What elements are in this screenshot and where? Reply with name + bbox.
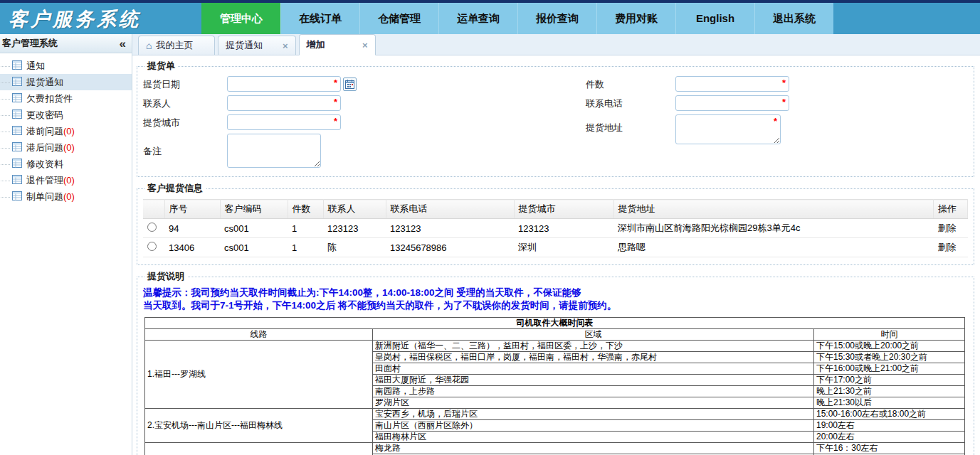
area-cell: 梅龙路 [373,443,814,454]
pickup-city-row: 提货城市 * [143,114,586,130]
calendar-icon [345,80,354,89]
table-icon [12,142,22,151]
column-header: 客户编码 [220,200,288,219]
sidebar-item-label: 修改资料 [26,158,63,171]
driver-schedule-table: 司机取件大概时间表线路区域时间1.福田---罗湖线新洲附近（福华一、二、三路），… [144,317,965,455]
required-star: * [774,116,777,127]
table-cell: 思路嗯 [613,238,934,257]
column-header: 联系人 [323,200,386,219]
app-frame: 客户管理系统 « 通知提货通知欠费扣货件更改密码港前问题(0)港后问题(0)修改… [0,34,980,455]
sidebar-item-label: 退件管理 [26,174,63,187]
phone-input[interactable] [675,95,789,111]
pickup-city-input[interactable] [227,114,341,130]
time-cell: 下午16:00或晚上21:00之前 [814,363,965,375]
content-area: 提货单 提货日期 * [132,55,980,455]
sidebar-item-0[interactable]: 通知 [0,58,132,74]
sidebar-menu: 通知提货通知欠费扣货件更改密码港前问题(0)港后问题(0)修改资料退件管理(0)… [0,53,132,205]
sidebar-title: 客户管理系统 [2,37,58,50]
sidebar-item-label: 通知 [26,60,45,73]
table-cell: 13245678986 [386,238,514,257]
calendar-button[interactable] [343,77,357,91]
schedule-title: 司机取件大概时间表 [145,318,965,329]
nav-tab-3[interactable]: 运单查询 [438,3,517,34]
pickup-form-right-col: 件数 * 联系电话 * [586,76,789,171]
pickup-form-fieldset: 提货单 提货日期 * [137,60,974,177]
sidebar-item-3[interactable]: 更改密码 [0,107,132,123]
contact-box: * [227,95,341,111]
delete-link[interactable]: 删除 [938,223,957,233]
table-icon [12,191,22,203]
sidebar-item-8[interactable]: 制单问题(0) [0,188,132,205]
nav-tab-1[interactable]: 在线订单 [280,3,359,34]
pickup-form-legend: 提货单 [144,60,178,73]
nav-tab-5[interactable]: 费用对账 [596,3,675,34]
table-cell: 深圳龙华大浪 [514,257,613,259]
remark-row: 备注 [143,134,586,171]
area-cell: 福田梅林片区 [373,432,814,443]
nav-tab-7[interactable]: 退出系统 [754,3,833,34]
phone-box: * [675,95,789,111]
delete-link[interactable]: 删除 [938,242,957,252]
sidebar-item-count: (0) [63,142,75,153]
required-star: * [334,97,337,107]
sidebar-item-7[interactable]: 退件管理(0) [0,172,132,188]
customer-info-legend: 客户提货信息 [144,182,206,195]
table-icon [12,60,22,70]
content-tab-2[interactable]: 增加× [299,34,376,55]
qty-input[interactable] [675,76,789,92]
row-radio[interactable] [147,223,157,232]
table-row: 94cs0011123123123123123123深圳市南山区前海路阳光棕榈园… [143,219,968,238]
area-cell: 南山片区（西丽片区除外） [373,420,814,432]
sidebar-item-4[interactable]: 港前问题(0) [0,123,132,139]
close-tab-icon[interactable]: × [347,40,368,50]
table-icon [12,159,22,170]
sidebar-item-label: 港后问题 [26,141,63,154]
nav-tab-0[interactable]: 管理中心 [201,3,280,34]
sidebar-item-1[interactable]: 提货通知 [0,74,132,90]
schedule-column-header: 时间 [814,329,965,341]
customer-table-wrap: 序号客户编码件数联系人联系电话提货城市提货地址操作 94cs0011123123… [143,199,968,259]
pickup-address-box: * [675,114,781,147]
table-icon [12,175,22,184]
nav-tab-2[interactable]: 仓储管理 [359,3,438,34]
content-tab-0[interactable]: ⌂我的主页 [138,36,215,55]
time-cell: 下午17:00之前 [814,375,965,386]
notice-line-2: 当天取到。我司于7-1号开始，下午14:00之后 将不能预约当天的取件，为了不耽… [143,299,968,312]
schedule-row: 2.宝安机场---南山片区---福田梅林线宝安西乡，机场，后瑞片区15:00-1… [145,409,965,420]
remark-textarea[interactable] [227,134,321,168]
remark-box [227,134,321,171]
sidebar-item-6[interactable]: 修改资料 [0,156,132,172]
customer-table-body: 94cs0011123123123123123123深圳市南山区前海路阳光棕榈园… [143,219,968,259]
contact-input[interactable] [227,95,341,111]
route-cell: 1.福田---罗湖线 [145,341,373,409]
schedule-header-row: 线路区域时间 [145,329,965,341]
notice-line-1: 温馨提示：我司预约当天取件时间截止为:下午14:00整，14:00-18:00之… [143,287,968,299]
time-cell: 15:00-16:00左右或18:00之前 [814,409,965,420]
pickup-city-label: 提货城市 [143,114,227,129]
sidebar-item-label: 制单问题 [26,191,63,203]
pickup-date-input[interactable] [227,76,341,92]
table-icon [12,126,22,137]
table-icon [12,93,22,102]
sidebar-item-2[interactable]: 欠费扣货件 [0,90,132,107]
table-icon [12,191,22,200]
pickup-date-box: * [227,76,341,92]
pickup-address-textarea[interactable] [675,114,781,144]
column-header [143,200,164,219]
column-header: 提货地址 [613,200,934,219]
area-cell: 新洲附近（福华一、二、三路），益田村，福田区委，上沙，下沙 [373,341,814,352]
content-tab-1[interactable]: 提货通知× [218,36,296,55]
nav-tab-6[interactable]: English [675,3,754,34]
close-tab-icon[interactable]: × [267,41,288,51]
required-star: * [782,97,786,107]
home-icon: ⌂ [146,40,152,51]
sidebar-item-5[interactable]: 港后问题(0) [0,139,132,156]
nav-tab-4[interactable]: 报价查询 [517,3,596,34]
time-cell: 晚上21:30之前 [814,386,965,397]
row-radio[interactable] [147,242,157,251]
pickup-date-row: 提货日期 * [143,76,586,92]
pickup-form-left-col: 提货日期 * [143,76,586,171]
collapse-sidebar-icon[interactable]: « [120,38,126,50]
required-star: * [782,77,786,88]
table-cell: 硅谷大厦鹊山路口 [613,257,934,259]
